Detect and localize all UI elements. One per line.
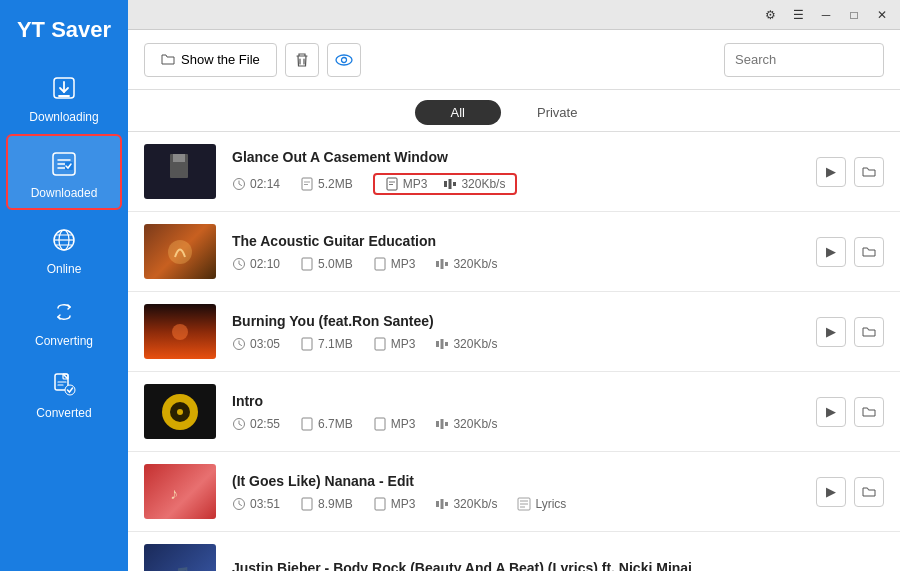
table-row: 🎵 Justin Bieber - Body Rock (Beauty And … [128,532,900,571]
play-button[interactable]: ▶ [816,397,846,427]
track-title: Glance Out A Casement Window [232,149,816,165]
svg-rect-29 [445,262,448,266]
online-icon [46,222,82,258]
eye-icon [335,53,353,67]
svg-point-39 [177,409,183,415]
content-area[interactable]: Glance Out A Casement Window 02:14 5.2MB… [128,132,900,571]
table-row: Glance Out A Casement Window 02:14 5.2MB… [128,132,900,212]
sidebar-item-label: Downloading [29,110,98,124]
sidebar-item-converted[interactable]: Converted [0,356,128,428]
track-thumbnail: 🎵 [144,544,216,571]
app-title: YT Saver [0,0,128,60]
close-button[interactable]: ✕ [868,4,896,26]
svg-rect-51 [441,499,444,509]
meta-lyrics: Lyrics [517,497,566,511]
table-row: Intro 02:55 6.7MB MP3 [128,372,900,452]
sidebar-item-downloaded[interactable]: Downloaded [6,134,122,210]
svg-point-30 [172,324,188,340]
trash-icon [294,52,310,68]
sidebar-item-label: Converting [35,334,93,348]
sidebar-item-label: Online [47,262,82,276]
meta-bitrate: 320Kb/s [443,177,505,191]
downloading-icon [46,70,82,106]
svg-rect-27 [436,261,439,267]
meta-bitrate: 320Kb/s [435,497,497,511]
meta-format: MP3 [373,417,416,431]
folder-button[interactable] [854,237,884,267]
settings-button[interactable]: ⚙ [756,4,784,26]
show-file-button[interactable]: Show the File [144,43,277,77]
track-title: The Acoustic Guitar Education [232,233,816,249]
svg-point-23 [168,240,192,264]
svg-rect-45 [445,422,448,426]
sidebar: YT Saver Downloading Downloaded [0,0,128,571]
track-info: (It Goes Like) Nanana - Edit 03:51 8.9MB… [232,473,816,511]
svg-rect-49 [375,498,385,510]
meta-bitrate: 320Kb/s [435,257,497,271]
folder-icon [161,53,175,67]
menu-button[interactable]: ☰ [784,4,812,26]
folder-button[interactable] [854,157,884,187]
tab-private[interactable]: Private [501,100,613,125]
svg-rect-22 [453,182,456,186]
track-info: The Acoustic Guitar Education 02:10 5.0M… [232,233,816,271]
svg-rect-20 [444,181,447,187]
svg-rect-44 [441,419,444,429]
track-actions: ▶ [816,477,884,507]
meta-duration: 03:05 [232,337,280,351]
maximize-button[interactable]: □ [840,4,868,26]
svg-rect-34 [436,341,439,347]
svg-rect-36 [445,342,448,346]
play-button[interactable]: ▶ [816,237,846,267]
folder-button[interactable] [854,397,884,427]
meta-size: 6.7MB [300,417,353,431]
track-meta: 02:55 6.7MB MP3 320Kb/s [232,417,816,431]
eye-button[interactable] [327,43,361,77]
svg-rect-52 [445,502,448,506]
sidebar-item-downloading[interactable]: Downloading [0,60,128,132]
play-button[interactable]: ▶ [816,477,846,507]
toolbar: Show the File [128,30,900,90]
svg-rect-33 [375,338,385,350]
converting-icon [46,294,82,330]
meta-duration: 03:51 [232,497,280,511]
track-title: Intro [232,393,816,409]
meta-size: 7.1MB [300,337,353,351]
meta-size: 8.9MB [300,497,353,511]
track-meta: 03:51 8.9MB MP3 320Kb/s [232,497,816,511]
search-input[interactable] [724,43,884,77]
track-title: Burning You (feat.Ron Santee) [232,313,816,329]
meta-duration: 02:55 [232,417,280,431]
converted-icon [46,366,82,402]
svg-point-13 [336,55,352,65]
track-meta: 02:10 5.0MB MP3 320Kb/s [232,257,816,271]
sidebar-item-converting[interactable]: Converting [0,284,128,356]
meta-format: MP3 [373,257,416,271]
track-info: Burning You (feat.Ron Santee) 03:05 7.1M… [232,313,816,351]
table-row: ♪ (It Goes Like) Nanana - Edit 03:51 8.9… [128,452,900,532]
track-thumbnail [144,384,216,439]
meta-format: MP3 [385,177,428,191]
svg-point-14 [341,57,346,62]
downloaded-icon [46,146,82,182]
tab-all[interactable]: All [415,100,501,125]
titlebar: ⚙ ☰ ─ □ ✕ [128,0,900,30]
play-button[interactable]: ▶ [816,317,846,347]
minimize-button[interactable]: ─ [812,4,840,26]
svg-rect-41 [302,418,312,430]
sidebar-item-online[interactable]: Online [0,212,128,284]
track-thumbnail [144,144,216,199]
folder-button[interactable] [854,317,884,347]
folder-button[interactable] [854,477,884,507]
svg-rect-21 [449,179,452,189]
track-info: Justin Bieber - Body Rock (Beauty And A … [232,560,884,572]
play-button[interactable]: ▶ [816,157,846,187]
track-title: Justin Bieber - Body Rock (Beauty And A … [232,560,884,572]
track-meta: 02:14 5.2MB MP3 320Kb/s [232,173,816,195]
svg-rect-32 [302,338,312,350]
svg-rect-16 [173,154,185,162]
tabs-bar: All Private [128,90,900,132]
svg-text:🎵: 🎵 [173,566,191,572]
track-actions: ▶ [816,317,884,347]
delete-button[interactable] [285,43,319,77]
